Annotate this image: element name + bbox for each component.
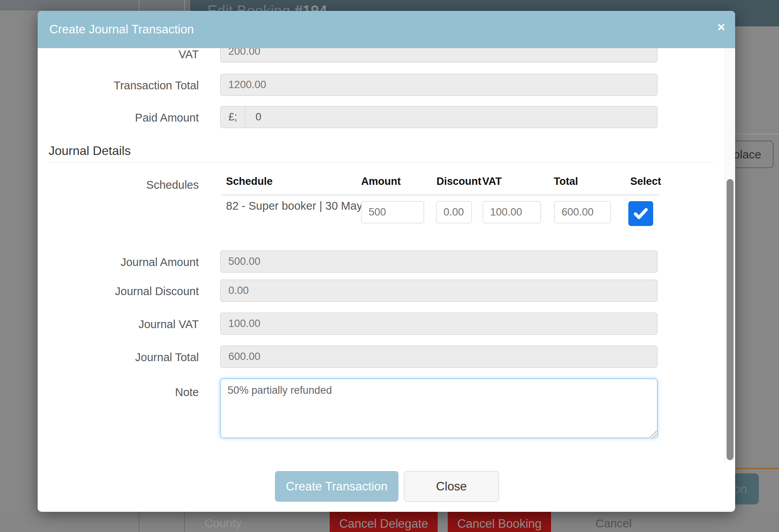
transaction-total-input [220,74,657,96]
schedule-select-checkbox[interactable] [628,201,653,226]
journal-total-input [220,346,657,368]
schedules-label: Schedules [38,178,199,192]
currency-addon: £; [220,106,245,128]
create-transaction-button[interactable]: Create Transaction [275,471,398,502]
cancel-button[interactable]: Cancel [583,517,645,530]
journal-amount-input [220,250,657,273]
schedule-vat-input[interactable] [483,201,541,223]
paid-amount-group: £; [220,106,657,128]
checkmark-icon [632,205,649,222]
column-header-select: Select [630,176,661,188]
journal-amount-label: Journal Amount [38,255,199,269]
journal-discount-input [220,280,657,302]
journal-details-heading: Journal Details [49,144,131,158]
resize-handle-icon[interactable] [650,431,657,437]
section-divider [49,162,713,163]
modal-header: Create Journal Transaction × [38,11,735,48]
modal-title: Create Journal Transaction [49,11,194,48]
cancel-booking-button[interactable]: Cancel Booking [448,511,551,532]
column-header-vat: VAT [482,176,502,188]
background-table-header [0,0,190,10]
note-label: Note [38,385,199,399]
modal-scrollbar-track[interactable] [725,48,735,462]
county-label: County [205,516,242,530]
close-button[interactable]: Close [404,471,499,502]
cancel-delegate-button[interactable]: Cancel Delegate [330,511,438,532]
journal-total-label: Journal Total [38,350,199,364]
vat-label: VAT [38,47,199,61]
screen: Edit Booking #194 replace on County Canc… [0,0,779,532]
column-header-total: Total [554,176,578,188]
paid-amount-label: Paid Amount [38,111,199,125]
column-header-amount: Amount [361,176,401,188]
column-header-schedule: Schedule [226,176,273,188]
journal-vat-input [220,313,657,335]
journal-vat-label: Journal VAT [38,317,199,331]
create-journal-transaction-modal: VAT Create Journal Transaction × Transac… [38,11,735,512]
background-column-divider [139,0,139,10]
paid-amount-input [245,106,657,128]
journal-discount-label: Journal Discount [38,284,199,298]
background-column-divider [184,0,185,10]
transaction-total-label: Transaction Total [38,78,199,92]
close-icon[interactable]: × [717,20,725,33]
table-header-divider [222,195,659,195]
background-column-divider [139,511,139,532]
schedule-total-input[interactable] [554,201,611,223]
note-textarea[interactable]: 50% partially refunded [220,379,657,438]
background-column-divider [184,511,185,532]
modal-scrollbar-thumb[interactable] [727,179,734,460]
schedule-discount-input[interactable] [436,201,472,223]
schedule-amount-input[interactable] [361,201,424,223]
column-header-discount: Discount [436,176,482,188]
